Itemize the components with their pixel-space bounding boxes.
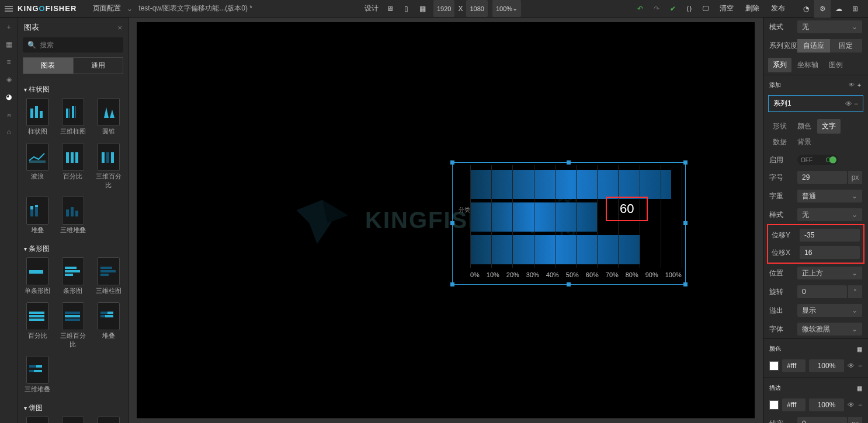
thumb-label: 三维堆叠 xyxy=(60,226,86,235)
series-width-toggle[interactable]: 自适应 固定 xyxy=(797,39,862,53)
eye-icon[interactable]: 👁 xyxy=(848,362,855,370)
plus-icon[interactable]: ＋ xyxy=(856,82,862,88)
color-opacity[interactable]: 100% xyxy=(809,359,844,372)
properties-panel: 模式 无 系列宽度 自适应 固定 系列 坐标轴 图例 添加 👁 ＋ 系列1 👁 … xyxy=(763,18,868,423)
menu-icon[interactable] xyxy=(5,6,13,12)
eye-icon[interactable]: 👁 xyxy=(848,401,855,409)
search-input[interactable]: 🔍 搜索 xyxy=(23,37,123,53)
offsety-input[interactable]: -35 xyxy=(800,229,860,242)
grid-icon[interactable]: ▦ xyxy=(857,385,862,391)
preview-icon[interactable]: 🖵 xyxy=(697,0,714,18)
font-select[interactable]: 微软雅黑 xyxy=(797,323,862,335)
group-strip[interactable]: 条形图 xyxy=(22,240,124,257)
grid-icon[interactable]: ▦ xyxy=(857,346,862,352)
tab-text[interactable]: 文字 xyxy=(817,119,841,134)
eye-icon[interactable]: 👁 xyxy=(849,82,855,88)
eye-icon[interactable]: 👁 xyxy=(845,100,852,108)
mode-select[interactable]: 无 xyxy=(797,20,862,33)
chart-thumb[interactable] xyxy=(98,143,120,171)
rail-grid-icon[interactable]: ▦ xyxy=(4,40,13,49)
chart-thumb[interactable] xyxy=(98,417,120,423)
enable-switch[interactable]: OFFON xyxy=(797,155,838,165)
rail-layers-icon[interactable]: ◈ xyxy=(4,75,13,84)
grid-icon[interactable]: ▦ xyxy=(415,0,431,17)
canvas[interactable]: KINGFISHER | 翠鸟 分类 60 0%10%20%30%40%50%6… xyxy=(129,18,763,423)
stroke-swatch[interactable] xyxy=(769,400,779,410)
close-icon[interactable]: × xyxy=(117,23,122,32)
rail-add-icon[interactable]: ＋ xyxy=(4,22,13,32)
rail-camera-icon[interactable]: ⍝ xyxy=(4,110,13,119)
chart-thumb[interactable] xyxy=(62,98,84,126)
chart-thumb[interactable] xyxy=(62,417,84,423)
chart-thumb[interactable] xyxy=(98,257,120,285)
align-icon[interactable]: ▯ xyxy=(398,0,415,17)
rail-pie-icon[interactable]: ◕ xyxy=(4,92,13,102)
tab-common[interactable]: 通用 xyxy=(74,57,124,74)
gear-icon[interactable]: ⚙ xyxy=(814,0,831,18)
chart-thumb[interactable] xyxy=(26,417,48,423)
redo-icon[interactable]: ↷ xyxy=(648,0,665,18)
chart-thumb[interactable] xyxy=(26,98,48,126)
rail-home-icon[interactable]: ⌂ xyxy=(4,127,13,137)
tab-bg[interactable]: 背景 xyxy=(793,135,816,149)
tab-data[interactable]: 数据 xyxy=(768,135,791,149)
tab-legend[interactable]: 图例 xyxy=(824,58,848,72)
style-select[interactable]: 无 xyxy=(797,208,862,221)
data-label-highlight: 60 xyxy=(606,197,648,221)
chart-thumb[interactable] xyxy=(98,98,120,126)
minus-icon[interactable]: − xyxy=(858,362,862,370)
tab-series[interactable]: 系列 xyxy=(768,58,791,72)
tab-axis[interactable]: 坐标轴 xyxy=(793,58,823,72)
tab-charts[interactable]: 图表 xyxy=(23,57,74,74)
series-item[interactable]: 系列1 👁 − xyxy=(768,95,863,112)
rotate-input[interactable]: 0 xyxy=(797,285,847,298)
design-tab[interactable]: 设计 xyxy=(361,0,382,17)
chart-thumb[interactable] xyxy=(26,143,48,171)
selection-box[interactable]: 分类 60 0%10%20%30%40%50%60%70%80%90%100% xyxy=(452,162,686,285)
cloud-icon[interactable]: ☁ xyxy=(831,0,847,18)
linewidth-input[interactable]: 0 xyxy=(797,417,847,423)
svg-marker-8 xyxy=(110,110,114,118)
chart-thumb[interactable] xyxy=(62,143,84,171)
gauge-icon[interactable]: ◔ xyxy=(798,0,814,18)
check-icon[interactable]: ✔ xyxy=(665,0,681,18)
stroke-hex[interactable]: #fff xyxy=(782,398,805,411)
overflow-select[interactable]: 显示 xyxy=(797,304,862,317)
canvas-width[interactable]: 1920 xyxy=(433,0,454,17)
publish-button[interactable]: 发布 xyxy=(765,0,791,17)
minus-icon[interactable]: − xyxy=(854,100,858,108)
group-bar[interactable]: 柱状图 xyxy=(22,81,124,98)
chart-thumb[interactable] xyxy=(98,302,120,330)
tab-shape[interactable]: 形状 xyxy=(768,119,791,134)
undo-icon[interactable]: ↶ xyxy=(632,0,648,18)
chart-thumb[interactable] xyxy=(62,257,84,285)
fontsize-input[interactable]: 29 xyxy=(797,171,847,184)
chart-thumb[interactable] xyxy=(26,197,48,225)
clear-button[interactable]: 清空 xyxy=(714,0,739,17)
chevron-down-icon[interactable]: ⌄ xyxy=(127,5,133,13)
color-hex[interactable]: #fff xyxy=(782,359,805,372)
chart-thumb[interactable] xyxy=(62,197,84,225)
tab-color[interactable]: 颜色 xyxy=(793,119,816,134)
page-config-button[interactable]: 页面配置 xyxy=(87,0,127,17)
chart-thumb[interactable] xyxy=(62,302,84,330)
chart-thumb[interactable] xyxy=(26,356,48,384)
offsetx-input[interactable]: 16 xyxy=(800,246,860,259)
position-select[interactable]: 正上方 xyxy=(797,267,862,279)
group-pie[interactable]: 饼图 xyxy=(22,400,124,417)
code-icon[interactable]: ⟨⟩ xyxy=(681,0,697,18)
color-swatch[interactable] xyxy=(769,361,779,370)
zoom-level[interactable]: 100% ⌄ xyxy=(492,0,521,17)
chart-thumb[interactable] xyxy=(26,302,48,330)
delete-button[interactable]: 删除 xyxy=(739,0,765,17)
puzzle-icon[interactable]: ⊞ xyxy=(847,0,863,18)
canvas-height[interactable]: 1080 xyxy=(466,0,487,17)
stroke-opacity[interactable]: 100% xyxy=(809,398,844,411)
rail-list-icon[interactable]: ≡ xyxy=(4,57,13,67)
svg-rect-11 xyxy=(71,152,74,163)
monitor-icon[interactable]: 🖥 xyxy=(382,0,398,17)
chart-thumb[interactable] xyxy=(26,257,48,285)
weight-select[interactable]: 普通 xyxy=(797,190,862,202)
bar-chart[interactable]: 分类 60 xyxy=(470,165,682,268)
minus-icon[interactable]: − xyxy=(858,401,862,409)
